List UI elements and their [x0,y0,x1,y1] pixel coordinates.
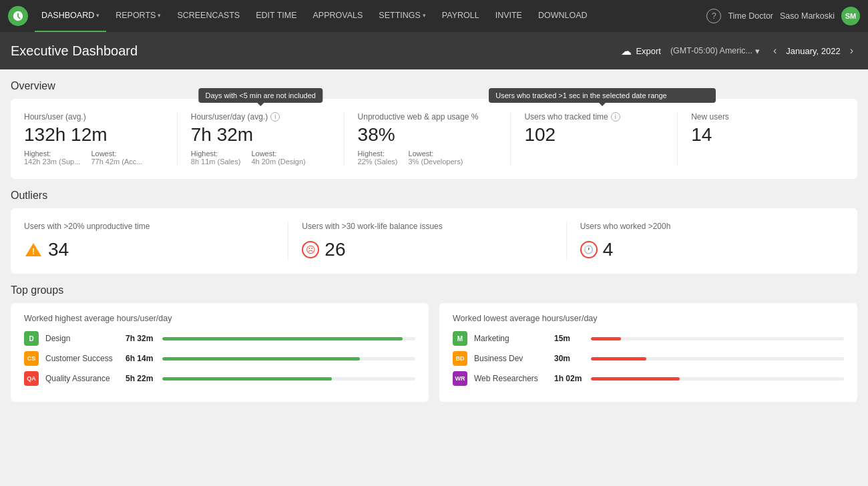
bar-fill [162,357,360,360]
metric-highest: Highest: 8h 11m (Sales) [191,150,241,166]
outliers-section-title: Outliers [11,190,857,202]
clock-icon: 🕐 [580,241,598,258]
group-time: 1h 02m [554,374,584,383]
user-avatar[interactable]: SM [841,7,860,25]
outliers-card: Users with >20% unproductive time ! 34 U… [11,208,857,274]
highest-card-title: Worked highest average hours/user/day [24,314,415,323]
metric-value: 7h 32m [191,124,331,146]
group-time: 30m [554,354,584,363]
nav-dashboard[interactable]: DASHBOARD ▾ [35,0,106,32]
metric-value: 38% [358,124,497,146]
metric-label: Hours/user/day (avg.) i [191,112,331,121]
metric-sub: Highest: 142h 23m (Sup... Lowest: 77h 42… [24,150,164,166]
group-name: Business Dev [474,354,548,363]
bar-fill [591,357,646,360]
info-icon[interactable]: i [270,112,280,121]
prev-date-button[interactable]: ‹ [769,43,781,58]
warning-icon: ! [24,240,43,259]
bar-container [591,337,844,340]
metric-unproductive: Unproductive web & app usage % 38% Highe… [345,112,511,166]
timezone-selector[interactable]: (GMT-05:00) Americ... ▾ [670,46,760,56]
top-groups-title: Top groups [11,284,857,296]
svg-text:!: ! [32,247,35,256]
group-time: 15m [554,334,584,343]
chevron-down-icon: ▾ [755,46,760,56]
outlier-value: 🕐 4 [580,239,831,260]
outlier-value: ☹ 26 [302,239,552,260]
group-badge: D [24,331,39,346]
date-navigation: ‹ January, 2022 › [769,43,857,58]
group-name: Design [45,334,119,343]
chevron-down-icon: ▾ [96,12,99,19]
bar-fill [162,377,332,381]
outlier-label: Users who worked >200h [580,222,831,231]
nav-payroll[interactable]: PAYROLL [435,0,486,32]
overview-card: Hours/user (avg.) 132h 12m Highest: 142h… [11,99,857,179]
group-row-design: D Design 7h 32m [24,331,415,346]
app-logo[interactable] [8,6,28,26]
bar-container [162,357,415,360]
metric-lowest: Lowest: 77h 42m (Acc... [91,150,142,166]
group-badge: CS [24,351,39,366]
outlier-overworked: Users who worked >200h 🕐 4 [567,222,844,260]
nav-settings[interactable]: SETTINGS ▾ [372,0,433,32]
metric-lowest: Lowest: 4h 20m (Design) [251,150,305,166]
lowest-card-title: Worked lowest average hours/user/day [453,314,844,323]
next-date-button[interactable]: › [846,43,857,58]
metric-lowest: Lowest: 3% (Developers) [409,150,463,166]
group-row-bizdev: BD Business Dev 30m [453,351,844,366]
company-name: Time Doctor [728,11,773,21]
group-name: Marketing [474,334,548,343]
group-row-cs: CS Customer Success 6h 14m [24,351,415,366]
highest-groups-card: Worked highest average hours/user/day D … [11,303,429,402]
export-button[interactable]: ☁ Export [621,45,661,57]
navbar: DASHBOARD ▾ REPORTS ▾ SCREENCASTS EDIT T… [0,0,868,32]
metric-value: 14 [691,124,831,146]
tooltip-days-min: Days with <5 min are not included [198,88,322,103]
export-icon: ☁ [621,45,632,57]
bar-container [162,377,415,381]
bar-container [591,377,844,381]
chevron-down-icon: ▾ [423,12,426,19]
bar-container [591,357,844,360]
metric-hours-user-day: Days with <5 min are not included Hours/… [178,112,345,166]
metric-label: New users [691,112,831,121]
outlier-worklife: Users with >30 work-life balance issues … [288,222,566,260]
group-row-qa: QA Quality Assurance 5h 22m [24,371,415,386]
group-badge: M [453,331,467,346]
nav-edit-time[interactable]: EDIT TIME [249,0,303,32]
group-name: Web Researchers [474,374,548,383]
nav-right-section: ? Time Doctor Saso Markoski SM [706,7,860,25]
group-row-webresearchers: WR Web Researchers 1h 02m [453,371,844,386]
metric-sub: Highest: 22% (Sales) Lowest: 3% (Develop… [358,150,497,166]
info-icon[interactable]: i [611,112,620,121]
nav-download[interactable]: DOWNLOAD [531,0,594,32]
metric-highest: Highest: 22% (Sales) [358,150,398,166]
date-label: January, 2022 [786,46,840,56]
metric-highest: Highest: 142h 23m (Sup... [24,150,80,166]
nav-approvals[interactable]: APPROVALS [306,0,370,32]
sad-face-icon: ☹ [302,241,319,258]
metric-value: 132h 12m [24,124,164,146]
page-header: Executive Dashboard ☁ Export (GMT-05:00)… [0,32,868,69]
page-title: Executive Dashboard [11,43,621,59]
metric-label: Unproductive web & app usage % [358,112,497,121]
lowest-groups-card: Worked lowest average hours/user/day M M… [439,303,857,402]
nav-reports[interactable]: REPORTS ▾ [109,0,168,32]
nav-invite[interactable]: INVITE [489,0,529,32]
group-time: 5h 22m [126,374,156,383]
outlier-label: Users with >20% unproductive time [24,222,274,231]
group-time: 6h 14m [126,354,156,363]
header-controls: ☁ Export (GMT-05:00) Americ... ▾ ‹ Janua… [621,43,857,58]
group-badge: QA [24,371,39,386]
chevron-down-icon: ▾ [158,12,161,19]
group-time: 7h 32m [126,334,156,343]
help-button[interactable]: ? [706,9,721,23]
main-content: Overview Hours/user (avg.) 132h 12m High… [0,69,868,413]
overview-section-title: Overview [11,80,857,92]
group-name: Quality Assurance [45,374,119,383]
tooltip-users-tracked: Users who tracked >1 sec in the selected… [489,88,716,103]
nav-screencasts[interactable]: SCREENCASTS [170,0,246,32]
metric-label: Hours/user (avg.) [24,112,164,121]
metric-value: 102 [524,124,664,146]
